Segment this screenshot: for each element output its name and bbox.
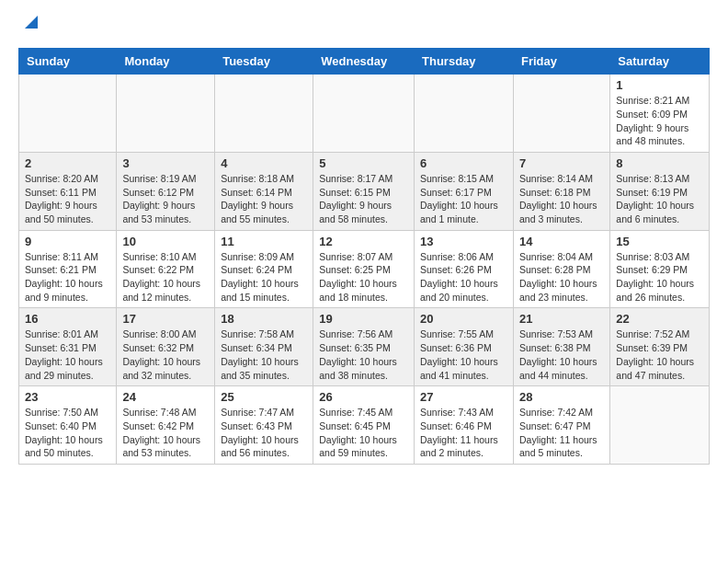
calendar-cell: 7Sunrise: 8:14 AM Sunset: 6:18 PM Daylig… — [513, 152, 609, 230]
day-info: Sunrise: 8:20 AM Sunset: 6:11 PM Dayligh… — [25, 172, 110, 226]
day-number: 11 — [221, 235, 307, 248]
calendar-cell — [19, 75, 117, 153]
calendar-cell: 4Sunrise: 8:18 AM Sunset: 6:14 PM Daylig… — [215, 152, 313, 230]
svg-marker-0 — [25, 16, 38, 29]
day-info: Sunrise: 7:53 AM Sunset: 6:38 PM Dayligh… — [519, 327, 604, 382]
calendar: SundayMondayTuesdayWednesdayThursdayFrid… — [18, 48, 710, 465]
calendar-cell — [215, 75, 313, 153]
calendar-cell: 13Sunrise: 8:06 AM Sunset: 6:26 PM Dayli… — [415, 230, 514, 308]
day-number: 2 — [25, 156, 110, 170]
calendar-cell: 21Sunrise: 7:53 AM Sunset: 6:38 PM Dayli… — [513, 308, 609, 386]
day-number: 12 — [319, 235, 408, 248]
day-number: 8 — [616, 156, 703, 170]
day-number: 14 — [519, 235, 604, 248]
day-info: Sunrise: 7:48 AM Sunset: 6:42 PM Dayligh… — [122, 406, 209, 460]
day-info: Sunrise: 7:55 AM Sunset: 6:36 PM Dayligh… — [420, 327, 507, 382]
day-number: 13 — [420, 235, 507, 248]
day-number: 6 — [420, 156, 507, 170]
day-number: 1 — [616, 78, 703, 92]
calendar-cell: 12Sunrise: 8:07 AM Sunset: 6:25 PM Dayli… — [313, 230, 415, 308]
day-info: Sunrise: 8:21 AM Sunset: 6:09 PM Dayligh… — [616, 94, 703, 148]
day-info: Sunrise: 7:58 AM Sunset: 6:34 PM Dayligh… — [221, 327, 307, 382]
logo-arrow-icon — [21, 12, 41, 32]
day-info: Sunrise: 8:19 AM Sunset: 6:12 PM Dayligh… — [122, 172, 209, 226]
calendar-cell: 10Sunrise: 8:10 AM Sunset: 6:22 PM Dayli… — [117, 230, 215, 308]
week-row-4: 16Sunrise: 8:01 AM Sunset: 6:31 PM Dayli… — [19, 308, 710, 386]
day-info: Sunrise: 8:14 AM Sunset: 6:18 PM Dayligh… — [519, 172, 604, 226]
day-number: 3 — [122, 156, 209, 170]
calendar-cell: 1Sunrise: 8:21 AM Sunset: 6:09 PM Daylig… — [610, 75, 710, 153]
day-info: Sunrise: 8:00 AM Sunset: 6:32 PM Dayligh… — [122, 327, 209, 382]
weekday-header-sunday: Sunday — [19, 49, 117, 75]
day-number: 27 — [420, 390, 507, 404]
day-info: Sunrise: 8:09 AM Sunset: 6:24 PM Dayligh… — [221, 250, 307, 304]
calendar-cell: 2Sunrise: 8:20 AM Sunset: 6:11 PM Daylig… — [19, 152, 117, 230]
weekday-header-tuesday: Tuesday — [215, 49, 313, 75]
week-row-3: 9Sunrise: 8:11 AM Sunset: 6:21 PM Daylig… — [19, 230, 710, 308]
day-info: Sunrise: 8:17 AM Sunset: 6:15 PM Dayligh… — [319, 172, 408, 226]
day-info: Sunrise: 8:04 AM Sunset: 6:28 PM Dayligh… — [519, 250, 604, 304]
day-number: 22 — [616, 312, 703, 326]
week-row-2: 2Sunrise: 8:20 AM Sunset: 6:11 PM Daylig… — [19, 152, 710, 230]
weekday-header-row: SundayMondayTuesdayWednesdayThursdayFrid… — [19, 49, 710, 75]
weekday-header-wednesday: Wednesday — [313, 49, 415, 75]
calendar-cell — [415, 75, 514, 153]
calendar-cell: 24Sunrise: 7:48 AM Sunset: 6:42 PM Dayli… — [117, 386, 215, 465]
calendar-cell: 17Sunrise: 8:00 AM Sunset: 6:32 PM Dayli… — [117, 308, 215, 386]
day-number: 19 — [319, 312, 408, 326]
calendar-cell: 9Sunrise: 8:11 AM Sunset: 6:21 PM Daylig… — [19, 230, 117, 308]
calendar-cell: 6Sunrise: 8:15 AM Sunset: 6:17 PM Daylig… — [415, 152, 514, 230]
day-info: Sunrise: 8:01 AM Sunset: 6:31 PM Dayligh… — [25, 327, 110, 382]
day-number: 16 — [25, 312, 110, 326]
weekday-header-monday: Monday — [117, 49, 215, 75]
calendar-cell — [610, 386, 710, 465]
calendar-cell: 8Sunrise: 8:13 AM Sunset: 6:19 PM Daylig… — [610, 152, 710, 230]
calendar-cell: 3Sunrise: 8:19 AM Sunset: 6:12 PM Daylig… — [117, 152, 215, 230]
calendar-cell: 19Sunrise: 7:56 AM Sunset: 6:35 PM Dayli… — [313, 308, 415, 386]
day-info: Sunrise: 7:47 AM Sunset: 6:43 PM Dayligh… — [221, 406, 307, 460]
day-number: 17 — [122, 312, 209, 326]
day-info: Sunrise: 8:07 AM Sunset: 6:25 PM Dayligh… — [319, 250, 408, 304]
day-info: Sunrise: 7:52 AM Sunset: 6:39 PM Dayligh… — [616, 327, 703, 382]
day-info: Sunrise: 8:15 AM Sunset: 6:17 PM Dayligh… — [420, 172, 507, 226]
calendar-cell: 15Sunrise: 8:03 AM Sunset: 6:29 PM Dayli… — [610, 230, 710, 308]
calendar-cell: 5Sunrise: 8:17 AM Sunset: 6:15 PM Daylig… — [313, 152, 415, 230]
day-info: Sunrise: 8:11 AM Sunset: 6:21 PM Dayligh… — [25, 250, 110, 304]
calendar-cell — [313, 75, 415, 153]
day-number: 21 — [519, 312, 604, 326]
day-info: Sunrise: 8:03 AM Sunset: 6:29 PM Dayligh… — [616, 250, 703, 304]
calendar-cell: 14Sunrise: 8:04 AM Sunset: 6:28 PM Dayli… — [513, 230, 609, 308]
calendar-cell: 18Sunrise: 7:58 AM Sunset: 6:34 PM Dayli… — [215, 308, 313, 386]
page: SundayMondayTuesdayWednesdayThursdayFrid… — [0, 0, 728, 479]
day-number: 15 — [616, 235, 703, 248]
week-row-1: 1Sunrise: 8:21 AM Sunset: 6:09 PM Daylig… — [19, 75, 710, 153]
day-info: Sunrise: 7:42 AM Sunset: 6:47 PM Dayligh… — [519, 406, 604, 460]
calendar-cell: 23Sunrise: 7:50 AM Sunset: 6:40 PM Dayli… — [19, 386, 117, 465]
day-number: 20 — [420, 312, 507, 326]
calendar-cell: 11Sunrise: 8:09 AM Sunset: 6:24 PM Dayli… — [215, 230, 313, 308]
day-info: Sunrise: 8:18 AM Sunset: 6:14 PM Dayligh… — [221, 172, 307, 226]
calendar-cell — [513, 75, 609, 153]
day-info: Sunrise: 7:45 AM Sunset: 6:45 PM Dayligh… — [319, 406, 408, 460]
calendar-cell: 22Sunrise: 7:52 AM Sunset: 6:39 PM Dayli… — [610, 308, 710, 386]
calendar-cell: 20Sunrise: 7:55 AM Sunset: 6:36 PM Dayli… — [415, 308, 514, 386]
day-number: 24 — [122, 390, 209, 404]
weekday-header-saturday: Saturday — [610, 49, 710, 75]
day-info: Sunrise: 8:10 AM Sunset: 6:22 PM Dayligh… — [122, 250, 209, 304]
header — [18, 15, 710, 37]
weekday-header-thursday: Thursday — [415, 49, 514, 75]
week-row-5: 23Sunrise: 7:50 AM Sunset: 6:40 PM Dayli… — [19, 386, 710, 465]
day-number: 5 — [319, 156, 408, 170]
day-info: Sunrise: 7:56 AM Sunset: 6:35 PM Dayligh… — [319, 327, 408, 382]
calendar-cell: 26Sunrise: 7:45 AM Sunset: 6:45 PM Dayli… — [313, 386, 415, 465]
calendar-cell: 28Sunrise: 7:42 AM Sunset: 6:47 PM Dayli… — [513, 386, 609, 465]
calendar-cell: 27Sunrise: 7:43 AM Sunset: 6:46 PM Dayli… — [415, 386, 514, 465]
day-number: 9 — [25, 235, 110, 248]
weekday-header-friday: Friday — [513, 49, 609, 75]
day-info: Sunrise: 8:06 AM Sunset: 6:26 PM Dayligh… — [420, 250, 507, 304]
day-number: 4 — [221, 156, 307, 170]
day-number: 26 — [319, 390, 408, 404]
day-number: 28 — [519, 390, 604, 404]
day-info: Sunrise: 7:43 AM Sunset: 6:46 PM Dayligh… — [420, 406, 507, 460]
day-number: 10 — [122, 235, 209, 248]
